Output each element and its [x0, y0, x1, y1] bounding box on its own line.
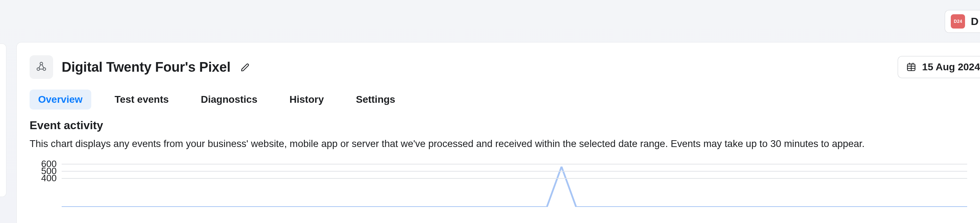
tab-label: Diagnostics	[201, 94, 258, 105]
tab-test-events[interactable]: Test events	[106, 90, 177, 109]
date-range-label: 15 Aug 2024	[922, 61, 980, 73]
svg-point-2	[43, 68, 46, 70]
calendar-icon	[906, 62, 916, 72]
event-activity-chart: 600 500 400	[30, 164, 967, 207]
chart-series-line	[62, 167, 967, 207]
date-range-picker[interactable]: 15 Aug 2024	[898, 56, 980, 78]
pixel-icon	[30, 55, 53, 79]
audience-share-icon	[35, 61, 48, 73]
y-tick: 400	[41, 173, 57, 184]
y-axis: 600 500 400	[30, 164, 58, 207]
grid-line	[62, 171, 967, 172]
page-title: Digital Twenty Four's Pixel	[62, 59, 231, 75]
pencil-icon	[240, 62, 251, 72]
account-badge-text: D24	[954, 19, 963, 24]
main-card: Digital Twenty Four's Pixel 15 Aug 2024 …	[16, 42, 980, 223]
edit-title-button[interactable]	[238, 59, 253, 75]
tab-label: Test events	[115, 94, 169, 105]
tab-settings[interactable]: Settings	[347, 90, 404, 109]
chart-svg	[62, 164, 967, 207]
account-badge: D24	[951, 14, 965, 29]
account-switcher[interactable]: D24 D	[945, 10, 980, 33]
tab-overview[interactable]: Overview	[30, 90, 91, 109]
sidebar-peek	[0, 43, 6, 197]
event-activity-section: Event activity This chart displays any e…	[17, 119, 980, 150]
grid-line	[62, 178, 967, 179]
grid-line	[62, 164, 967, 164]
section-title: Event activity	[30, 119, 967, 132]
tab-label: Settings	[356, 94, 395, 105]
tabs: Overview Test events Diagnostics History…	[17, 79, 980, 119]
chart-plot-area	[62, 164, 967, 207]
title-row: Digital Twenty Four's Pixel 15 Aug 2024	[17, 55, 980, 79]
tab-label: History	[290, 94, 324, 105]
svg-point-1	[37, 68, 40, 70]
tab-label: Overview	[38, 94, 83, 105]
section-description: This chart displays any events from your…	[30, 137, 967, 150]
tab-history[interactable]: History	[281, 90, 332, 109]
tab-diagnostics[interactable]: Diagnostics	[192, 90, 266, 109]
account-initial: D	[971, 15, 980, 27]
svg-point-0	[40, 62, 42, 64]
